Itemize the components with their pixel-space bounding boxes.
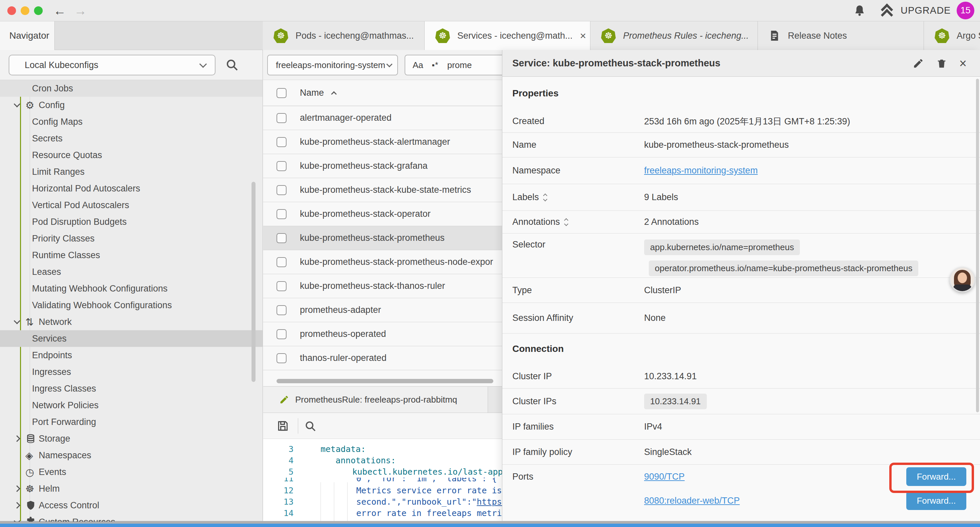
expand-collapse-icon[interactable] — [544, 194, 547, 201]
sidebar-tree-item[interactable]: Endpoints — [0, 347, 262, 363]
close-icon[interactable]: × — [959, 58, 967, 69]
selector-chip[interactable]: operator.prometheus.io/name=kube-prometh… — [649, 261, 918, 276]
sidebar-tree-item[interactable]: ⇅ Network — [0, 314, 262, 330]
row-checkbox[interactable] — [277, 329, 286, 339]
row-checkbox[interactable] — [277, 281, 286, 291]
row-checkbox[interactable] — [277, 137, 286, 147]
sidebar-tree-item[interactable]: Access Control — [0, 497, 262, 514]
notification-count-badge[interactable]: 15 — [957, 2, 974, 19]
row-checkbox[interactable] — [277, 185, 286, 195]
sidebar-tree-item[interactable]: Leases — [0, 263, 262, 280]
table-row[interactable]: kube-prometheus-stack-grafana — [263, 154, 517, 178]
chevron-icon[interactable] — [14, 517, 20, 522]
sort-ascending-icon[interactable] — [331, 91, 337, 97]
delete-trash-icon[interactable] — [936, 58, 947, 69]
cluster-ips-chip[interactable]: 10.233.14.91 — [644, 393, 707, 409]
chevron-icon[interactable] — [14, 502, 20, 509]
table-row[interactable]: prometheus-adapter — [263, 298, 517, 322]
row-checkbox[interactable] — [277, 353, 286, 363]
table-row[interactable]: kube-prometheus-stack-alertmanager — [263, 130, 517, 154]
sidebar-tree-item[interactable]: Config Maps — [0, 113, 262, 130]
annotations-value[interactable]: 2 Annotations — [644, 217, 699, 227]
table-row[interactable]: alertmanager-operated — [263, 106, 517, 130]
yaml-editor[interactable]: 3 metadata: 4 annotations: 5 kubectl.kub… — [263, 439, 517, 522]
sidebar-tree-item[interactable]: Port Forwarding — [0, 414, 262, 430]
sidebar-tree-item[interactable]: ◷ Events — [0, 463, 262, 480]
sidebar-tree-item[interactable]: Limit Ranges — [0, 164, 262, 180]
sidebar-tree-item[interactable]: Network Policies — [0, 397, 262, 414]
workspace-tab[interactable]: ☸ Prometheus Rules - icecheng... × — [590, 21, 758, 50]
table-row[interactable]: kube-prometheus-stack-thanos-ruler — [263, 274, 517, 298]
minimize-window-button[interactable] — [21, 6, 29, 15]
row-checkbox[interactable] — [277, 233, 286, 243]
sidebar-tree-item[interactable]: Cron Jobs — [0, 80, 262, 97]
table-row[interactable]: kube-prometheus-stack-kube-state-metrics — [263, 178, 517, 202]
chevron-icon[interactable] — [14, 485, 20, 492]
sidebar-scrollbar[interactable] — [251, 182, 256, 382]
save-icon[interactable] — [277, 420, 289, 432]
table-row[interactable]: prometheus-operated — [263, 322, 517, 346]
name-column-header[interactable]: Name — [300, 88, 324, 98]
match-case-toggle[interactable]: Aa — [413, 60, 423, 70]
sidebar-tree-item[interactable]: ☸ Helm — [0, 480, 262, 497]
sidebar-tree-item[interactable]: Ingress Classes — [0, 380, 262, 397]
sidebar-tree-item[interactable]: Custom Resources — [0, 514, 262, 522]
sidebar-tree-item[interactable]: Runtime Classes — [0, 247, 262, 263]
upgrade-button[interactable]: UPGRADE — [900, 5, 951, 16]
sidebar-tree-item[interactable]: Priority Classes — [0, 230, 262, 247]
workspace-tab[interactable]: ☸ Services - icecheng@math... × — [425, 21, 590, 50]
sidebar-tree-item[interactable]: ◈ Namespaces — [0, 447, 262, 463]
tab-navigator[interactable]: Navigator — [0, 21, 55, 50]
table-row[interactable]: kube-prometheus-stack-prometheus — [263, 226, 517, 250]
horizontal-scrollbar[interactable] — [277, 379, 493, 383]
workspace-tab[interactable]: ☸ Argo Se × — [924, 21, 980, 50]
kubeconfig-select[interactable]: Local Kubeconfigs — [9, 55, 215, 75]
edit-pencil-icon[interactable] — [913, 58, 924, 69]
table-search-input[interactable]: Aa ▪* prome — [405, 55, 509, 75]
close-window-button[interactable] — [7, 6, 16, 15]
upgrade-icon[interactable] — [880, 4, 895, 18]
notifications-bell-icon[interactable] — [853, 4, 866, 17]
workspace-tab[interactable]: ☸ Release Notes × — [758, 21, 924, 50]
table-row[interactable]: thanos-ruler-operated — [263, 346, 517, 370]
port-8080-link[interactable]: 8080:reloader-web/TCP — [644, 496, 740, 506]
close-tab-icon[interactable]: × — [580, 30, 586, 42]
editor-tab-prometheusrule[interactable]: PrometheusRule: freeleaps-prod-rabbitmq — [263, 387, 488, 412]
zoom-window-button[interactable] — [34, 6, 43, 15]
row-checkbox[interactable] — [277, 305, 286, 315]
sidebar-tree-item[interactable]: Horizontal Pod Autoscalers — [0, 180, 262, 197]
row-checkbox[interactable] — [277, 257, 286, 267]
sidebar-tree-item[interactable]: Storage — [0, 430, 262, 447]
editor-search-icon[interactable] — [305, 420, 317, 432]
sidebar-tree-item[interactable]: ⚙ Config — [0, 97, 262, 113]
chevron-icon[interactable] — [14, 318, 20, 324]
expand-collapse-icon[interactable] — [565, 219, 568, 226]
labels-value[interactable]: 9 Labels — [644, 192, 678, 202]
sidebar-tree-item[interactable]: Ingresses — [0, 363, 262, 380]
forward-icon[interactable]: → — [74, 2, 87, 20]
sidebar-tree-item[interactable]: Mutating Webhook Configurations — [0, 280, 262, 297]
sidebar-tree-item[interactable]: Pod Disruption Budgets — [0, 213, 262, 230]
row-checkbox[interactable] — [277, 209, 286, 219]
row-checkbox[interactable] — [277, 113, 286, 123]
port-9090-link[interactable]: 9090/TCP — [644, 471, 685, 482]
workspace-tab[interactable]: ☸ Pods - icecheng@mathmas... × — [263, 21, 425, 50]
selector-chip[interactable]: app.kubernetes.io/name=prometheus — [644, 239, 800, 255]
namespace-select[interactable]: freeleaps-monitoring-system — [267, 55, 398, 75]
row-checkbox[interactable] — [277, 161, 286, 171]
chevron-icon[interactable] — [14, 101, 20, 107]
regex-toggle[interactable]: ▪* — [432, 61, 439, 70]
namespace-link[interactable]: freeleaps-monitoring-system — [644, 166, 758, 176]
chevron-icon[interactable] — [14, 435, 20, 442]
back-icon[interactable]: ← — [53, 2, 66, 20]
sidebar-tree-item[interactable]: Resource Quotas — [0, 147, 262, 164]
sidebar-tree-item[interactable]: Services — [0, 330, 262, 347]
detail-scrollbar[interactable] — [976, 79, 979, 412]
sidebar-tree-item[interactable]: Vertical Pod Autoscalers — [0, 197, 262, 213]
select-all-checkbox[interactable] — [277, 88, 286, 98]
table-row[interactable]: kube-prometheus-stack-prometheus-node-ex… — [263, 250, 517, 274]
forward-port-button[interactable]: Forward... — [906, 491, 966, 510]
table-row[interactable]: kube-prometheus-stack-operator — [263, 202, 517, 226]
sidebar-tree-item[interactable]: Validating Webhook Configurations — [0, 297, 262, 314]
sidebar-search-icon[interactable] — [226, 58, 239, 72]
